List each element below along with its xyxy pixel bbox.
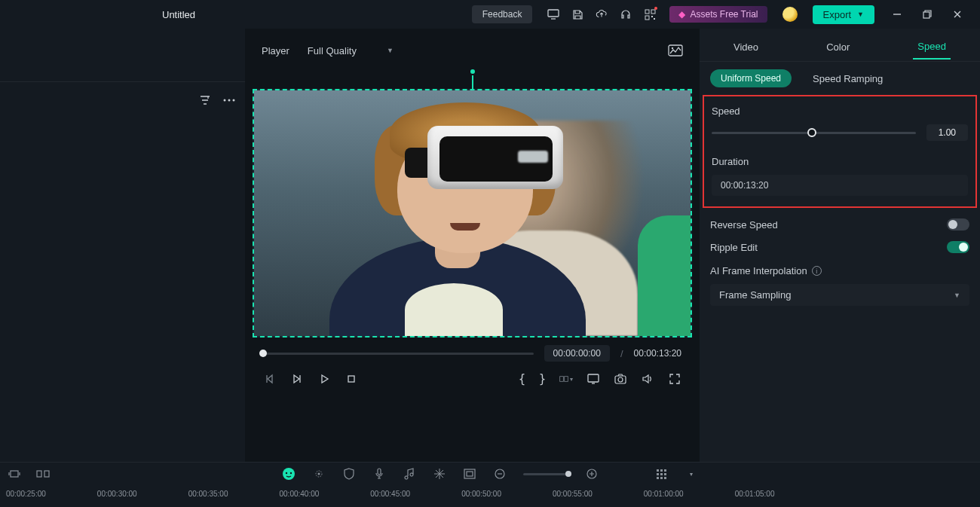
svg-rect-19 <box>37 471 41 477</box>
shield-tool-icon[interactable] <box>342 467 356 481</box>
svg-rect-1 <box>645 10 649 14</box>
interpolation-dropdown[interactable]: Frame Sampling ▼ <box>710 284 969 306</box>
music-tool-icon[interactable] <box>403 467 416 481</box>
title-bar: Untitled Feedback ◆ Assets Free Trial Ex… <box>0 0 980 29</box>
play-button[interactable] <box>317 372 331 386</box>
subtab-uniform-speed[interactable]: Uniform Speed <box>710 69 792 87</box>
quality-value: Full Quality <box>308 45 357 57</box>
mark-in-button[interactable]: { <box>519 372 525 386</box>
export-label: Export <box>823 9 852 20</box>
chevron-down-icon: ▼ <box>857 11 864 18</box>
ruler-tick: 00:00:45:00 <box>370 490 410 498</box>
assets-trial-label: Assets Free Trial <box>690 9 758 20</box>
svg-point-17 <box>618 377 623 382</box>
svg-point-9 <box>233 99 235 102</box>
chevron-down-icon: ▼ <box>387 47 394 54</box>
preview-content <box>254 90 691 336</box>
svg-rect-14 <box>565 377 568 382</box>
screen-icon[interactable] <box>586 372 600 386</box>
sparkle-tool-icon[interactable] <box>312 467 326 481</box>
filter-icon[interactable] <box>198 93 212 107</box>
total-duration: 00:00:13:20 <box>634 348 681 359</box>
volume-icon[interactable] <box>641 372 654 386</box>
save-icon[interactable] <box>571 8 583 20</box>
quality-dropdown[interactable]: Full Quality ▼ <box>308 45 394 57</box>
playhead-marker[interactable] <box>469 71 476 90</box>
cloud-icon[interactable] <box>596 8 608 20</box>
scrub-thumb[interactable] <box>259 350 267 357</box>
reverse-speed-label: Reverse Speed <box>710 219 778 231</box>
ruler-tick: 00:00:50:00 <box>461 490 501 498</box>
svg-point-21 <box>283 468 295 480</box>
ripple-edit-toggle[interactable] <box>947 241 969 253</box>
spark-icon[interactable] <box>433 467 446 481</box>
subtab-speed-ramping[interactable]: Speed Ramping <box>813 73 883 84</box>
speed-value-input[interactable]: 1.00 <box>926 124 968 141</box>
speed-label: Speed <box>712 105 968 117</box>
svg-rect-13 <box>560 377 564 382</box>
svg-rect-2 <box>651 10 655 14</box>
frame-tool-icon[interactable] <box>463 467 476 481</box>
grid-view-icon[interactable] <box>654 467 668 481</box>
face-tool-icon[interactable] <box>282 467 296 481</box>
tab-speed[interactable]: Speed <box>913 35 951 60</box>
svg-rect-5 <box>654 18 655 20</box>
fullscreen-icon[interactable] <box>668 372 681 386</box>
snapshot-icon[interactable] <box>614 372 627 386</box>
speed-slider-thumb[interactable] <box>807 128 816 137</box>
properties-panel: Video Color Speed Uniform Speed Speed Ra… <box>700 29 980 462</box>
zoom-in-button[interactable] <box>585 467 599 481</box>
svg-rect-27 <box>464 469 475 478</box>
tab-video[interactable]: Video <box>729 35 763 59</box>
close-button[interactable] <box>951 8 963 20</box>
step-forward-button[interactable] <box>290 372 304 386</box>
speed-settings-highlight: Speed 1.00 Duration 00:00:13:20 <box>703 95 977 208</box>
headset-icon[interactable] <box>620 8 632 20</box>
ruler-tick: 00:01:05:00 <box>735 490 775 498</box>
preview-frame[interactable] <box>253 89 692 337</box>
svg-rect-15 <box>588 374 599 382</box>
interpolation-value: Frame Sampling <box>719 289 791 301</box>
svg-rect-26 <box>378 469 381 475</box>
dropdown-caret-icon[interactable]: ▾ <box>684 467 698 481</box>
timeline-tool-2[interactable] <box>36 467 50 481</box>
info-icon[interactable]: i <box>812 266 822 276</box>
duration-input[interactable]: 00:00:13:20 <box>712 175 968 196</box>
ruler-tick: 00:01:00:00 <box>644 490 684 498</box>
media-panel <box>0 29 245 462</box>
scrub-slider[interactable] <box>263 353 534 355</box>
svg-point-11 <box>672 47 673 49</box>
reverse-speed-toggle[interactable] <box>947 218 969 231</box>
svg-rect-6 <box>923 12 929 18</box>
more-icon[interactable] <box>222 93 236 107</box>
feedback-button[interactable]: Feedback <box>472 5 533 23</box>
current-time[interactable]: 00:00:00:00 <box>544 345 610 362</box>
prev-frame-button[interactable] <box>263 372 277 386</box>
svg-rect-31 <box>657 469 659 472</box>
zoom-slider[interactable] <box>523 473 568 475</box>
stop-button[interactable] <box>345 372 358 386</box>
zoom-out-button[interactable] <box>493 467 507 481</box>
timeline-tool-1[interactable] <box>8 467 21 481</box>
timeline-ruler[interactable]: 00:00:25:00 00:00:30:00 00:00:35:00 00:0… <box>0 485 980 505</box>
minimize-button[interactable] <box>891 8 903 20</box>
image-compare-icon[interactable] <box>668 43 683 58</box>
mark-out-button[interactable]: } <box>539 372 546 386</box>
svg-point-8 <box>228 99 231 102</box>
svg-point-23 <box>290 472 292 474</box>
svg-rect-0 <box>548 10 559 17</box>
mic-tool-icon[interactable] <box>372 467 386 481</box>
export-button[interactable]: Export ▼ <box>813 5 875 24</box>
crop-toggle-icon[interactable]: ▾ <box>559 372 573 386</box>
svg-point-7 <box>224 99 226 102</box>
display-icon[interactable] <box>547 8 559 20</box>
qr-icon[interactable] <box>644 8 656 20</box>
maximize-button[interactable] <box>921 8 933 20</box>
assets-free-trial-button[interactable]: ◆ Assets Free Trial <box>669 6 767 23</box>
avatar[interactable] <box>782 7 798 22</box>
svg-point-22 <box>286 472 287 474</box>
ai-interpolation-label: AI Frame Interpolation <box>710 265 807 276</box>
svg-rect-33 <box>664 469 666 472</box>
tab-color[interactable]: Color <box>822 35 854 59</box>
speed-slider[interactable] <box>712 132 916 134</box>
